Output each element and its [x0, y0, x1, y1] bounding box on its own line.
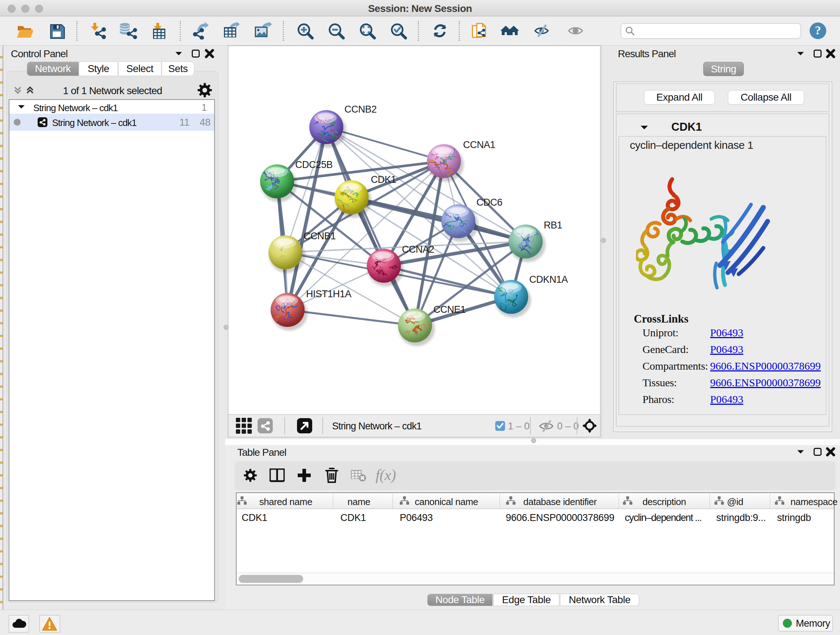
svg-text:CDC25B: CDC25B [295, 159, 333, 170]
svg-text:CCNA2: CCNA2 [402, 244, 434, 255]
svg-text:CCNE1: CCNE1 [433, 304, 466, 315]
svg-text:HIST1H1A: HIST1H1A [306, 288, 352, 299]
svg-text:CCNA1: CCNA1 [463, 139, 495, 150]
svg-text:CDKN1A: CDKN1A [529, 274, 568, 285]
svg-text:CCNB2: CCNB2 [344, 104, 377, 115]
svg-text:RB1: RB1 [544, 220, 562, 231]
svg-text:CDK1: CDK1 [371, 174, 396, 185]
svg-text:CDC6: CDC6 [477, 197, 502, 208]
svg-text:CCNB1: CCNB1 [303, 231, 336, 241]
svg-text:?: ? [815, 24, 821, 37]
